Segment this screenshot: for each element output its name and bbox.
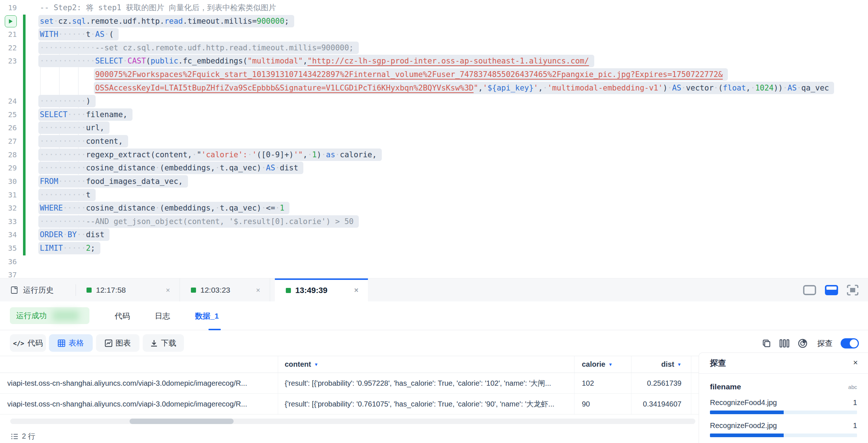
table-row[interactable]: viapi-test.oss-cn-shanghai.aliyuncs.com/… bbox=[0, 394, 699, 415]
code-lines[interactable]: 19-- Step2: 将 step1 获取的图片 向量化后，到表中检索类似图片… bbox=[0, 1, 868, 278]
view-button-图表[interactable]: 图表 bbox=[96, 334, 139, 352]
insight-icon[interactable] bbox=[798, 338, 808, 348]
code-token: · bbox=[750, 84, 755, 92]
run-history-button[interactable]: 运行历史 bbox=[10, 278, 54, 302]
explore-toggle-label: 探查 bbox=[817, 338, 833, 348]
explore-item[interactable]: RecognizeFood2.jpg1 bbox=[699, 414, 868, 437]
horizontal-scrollbar[interactable] bbox=[10, 419, 695, 424]
result-tab-代码[interactable]: 代码 bbox=[102, 301, 142, 330]
explore-item-row[interactable]: RecognizeFood4.jpg1 bbox=[710, 398, 857, 407]
run-statement-button[interactable] bbox=[5, 15, 17, 27]
selected-code: SELECT····filename, bbox=[38, 108, 132, 121]
view-button-label: 代码 bbox=[27, 338, 43, 348]
code-token: 1 bbox=[280, 204, 285, 212]
selected-code: ··········regexp_extract(content,·"'calo… bbox=[38, 149, 382, 161]
view-button-代码[interactable]: </>代码 bbox=[10, 334, 46, 352]
code-token: , bbox=[538, 84, 543, 92]
explore-panel: 探查 × filename abc RecognizeFood4.jpg1Rec… bbox=[699, 353, 868, 443]
column-header-calorie[interactable]: calorie▼ bbox=[575, 356, 631, 373]
code-token: ORDER bbox=[40, 230, 63, 239]
explore-item-bar-fill bbox=[710, 434, 784, 437]
selected-code: ORDER·BY··dist bbox=[38, 228, 110, 241]
code-token: sql bbox=[72, 17, 86, 26]
cell-url: viapi-test.oss-cn-shanghai.aliyuncs.com/… bbox=[0, 373, 278, 393]
history-tab-12:17:58[interactable]: 12:17:58× bbox=[76, 278, 180, 302]
sql-editor[interactable]: 19-- Step2: 将 step1 获取的图片 向量化后，到表中检索类似图片… bbox=[0, 0, 868, 278]
code-token: AS bbox=[672, 84, 681, 92]
code-token: · bbox=[63, 230, 68, 239]
column-header-content[interactable]: content▼ bbox=[278, 356, 575, 373]
code-token: as bbox=[326, 150, 335, 159]
column-header-dist[interactable]: dist▼ bbox=[631, 356, 691, 373]
result-status-row: 运行成功 代码日志数据_1 bbox=[0, 301, 868, 330]
code-token: CAST bbox=[127, 57, 146, 65]
code-token: qa_vec bbox=[801, 84, 829, 92]
success-dot-icon bbox=[191, 288, 196, 293]
columns-icon[interactable] bbox=[779, 339, 790, 348]
code-token: · bbox=[247, 150, 252, 159]
sort-filter-icon[interactable]: ▼ bbox=[608, 362, 612, 367]
selected-code: ··········cosine_distance·(embeddings,·t… bbox=[38, 162, 303, 174]
code-token: (embeddings, bbox=[160, 204, 215, 212]
wrap-indent bbox=[40, 84, 95, 92]
view-button-下载[interactable]: 下载 bbox=[143, 334, 184, 352]
success-dot-icon bbox=[87, 288, 92, 293]
download-icon bbox=[150, 339, 158, 347]
code-line: 24··········) bbox=[0, 95, 868, 108]
line-number: 29 bbox=[0, 161, 17, 175]
close-icon[interactable]: × bbox=[853, 358, 858, 367]
code-token: cosine_distance bbox=[86, 204, 155, 212]
code-token: ; bbox=[284, 17, 289, 26]
close-icon[interactable]: × bbox=[342, 286, 358, 294]
explore-item-row[interactable]: RecognizeFood2.jpg1 bbox=[710, 421, 857, 430]
panel-split-icon[interactable] bbox=[825, 285, 838, 295]
row-count: 2 行 bbox=[11, 431, 35, 441]
code-line: 36 bbox=[0, 255, 868, 269]
sort-filter-icon[interactable]: ▼ bbox=[314, 362, 318, 367]
code-token: ; bbox=[91, 244, 95, 253]
sort-filter-icon[interactable]: ▼ bbox=[677, 362, 681, 367]
scrollbar-thumb[interactable] bbox=[130, 419, 234, 424]
code-token: t.qa_vec) bbox=[220, 204, 261, 212]
explore-item[interactable]: RecognizeFood4.jpg1 bbox=[699, 391, 868, 414]
code-token: ) bbox=[317, 150, 322, 159]
code-token: --set cz.sql.remote.udf.http.read.timeou… bbox=[95, 43, 354, 52]
code-line: 19-- Step2: 将 step1 获取的图片 向量化后，到表中检索类似图片 bbox=[0, 1, 868, 15]
code-token: · bbox=[261, 204, 266, 212]
line-number: 31 bbox=[0, 188, 17, 202]
code-token: calorie, bbox=[340, 150, 377, 159]
code-token: ) bbox=[86, 97, 91, 105]
code-token: WITH bbox=[40, 30, 58, 39]
success-dot-icon bbox=[286, 288, 291, 293]
result-tab-日志[interactable]: 日志 bbox=[142, 301, 183, 330]
explore-item-bar bbox=[710, 411, 857, 414]
selected-code: ··········--AND get_json_object(content,… bbox=[38, 215, 359, 228]
code-token: 1024 bbox=[755, 84, 774, 92]
code-token: cz. bbox=[58, 17, 72, 26]
code-token: 'calorie': bbox=[201, 150, 247, 159]
copy-icon[interactable] bbox=[762, 339, 771, 348]
code-token: · bbox=[275, 204, 280, 212]
history-tab-12:03:23[interactable]: 12:03:23× bbox=[180, 278, 270, 302]
explore-toggle[interactable] bbox=[841, 338, 859, 348]
code-token: ' bbox=[483, 84, 488, 92]
code-token: · bbox=[783, 84, 788, 92]
line-number: 32 bbox=[0, 201, 17, 215]
result-tab-数据_1[interactable]: 数据_1 bbox=[183, 301, 231, 330]
close-icon[interactable]: × bbox=[153, 286, 170, 294]
code-line: 34ORDER·BY··dist bbox=[0, 228, 868, 242]
panel-maximize-icon[interactable] bbox=[803, 285, 816, 295]
code-token: ·········· bbox=[40, 163, 86, 172]
code-token: dist bbox=[280, 163, 299, 172]
code-line: 29··········cosine_distance·(embeddings,… bbox=[0, 161, 868, 175]
history-tab-13:49:39[interactable]: 13:49:39× bbox=[275, 278, 368, 302]
view-button-表格[interactable]: 表格 bbox=[49, 334, 93, 352]
code-line: 31··········t bbox=[0, 188, 868, 202]
code-token: ·········· bbox=[40, 123, 86, 132]
code-token: · bbox=[155, 204, 160, 212]
close-icon[interactable]: × bbox=[243, 286, 260, 294]
code-token: food_images_data_vec, bbox=[86, 177, 183, 186]
fullscreen-icon[interactable] bbox=[847, 285, 859, 296]
result-table: content▼calorie▼dist▼ viapi-test.oss-cn-… bbox=[0, 356, 699, 415]
table-row[interactable]: viapi-test.oss-cn-shanghai.aliyuncs.com/… bbox=[0, 373, 699, 394]
